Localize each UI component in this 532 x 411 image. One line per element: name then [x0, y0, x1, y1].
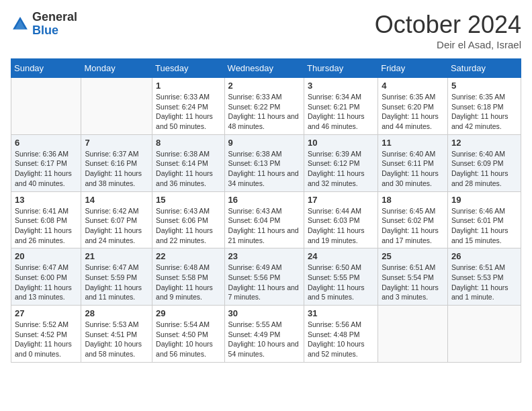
week-row-5: 27Sunrise: 5:52 AMSunset: 4:52 PMDayligh…: [11, 306, 521, 363]
day-cell: 9Sunrise: 6:38 AMSunset: 6:13 PMDaylight…: [224, 134, 304, 191]
week-row-3: 13Sunrise: 6:41 AMSunset: 6:08 PMDayligh…: [11, 191, 521, 248]
logo-blue: Blue: [32, 24, 77, 38]
day-number: 21: [85, 251, 148, 261]
day-cell: 20Sunrise: 6:47 AMSunset: 6:00 PMDayligh…: [11, 248, 81, 306]
day-cell: 13Sunrise: 6:41 AMSunset: 6:08 PMDayligh…: [11, 191, 81, 248]
day-cell: 18Sunrise: 6:45 AMSunset: 6:02 PMDayligh…: [378, 191, 448, 248]
day-cell: [11, 78, 81, 135]
day-info: Sunrise: 6:47 AMSunset: 6:00 PMDaylight:…: [15, 263, 77, 302]
day-cell: [447, 306, 521, 363]
day-info: Sunrise: 6:36 AMSunset: 6:17 PMDaylight:…: [15, 149, 77, 189]
day-cell: 29Sunrise: 5:54 AMSunset: 4:50 PMDayligh…: [152, 306, 224, 363]
calendar-table: SundayMondayTuesdayWednesdayThursdayFrid…: [11, 58, 521, 363]
day-number: 28: [85, 308, 148, 318]
day-info: Sunrise: 6:49 AMSunset: 5:56 PMDaylight:…: [228, 263, 300, 302]
day-info: Sunrise: 6:51 AMSunset: 5:54 PMDaylight:…: [382, 263, 444, 302]
day-info: Sunrise: 6:43 AMSunset: 6:04 PMDaylight:…: [228, 206, 300, 246]
header-day-saturday: Saturday: [447, 59, 521, 78]
day-number: 30: [228, 308, 300, 318]
day-number: 3: [308, 81, 374, 91]
header-day-wednesday: Wednesday: [224, 59, 304, 78]
day-cell: 6Sunrise: 6:36 AMSunset: 6:17 PMDaylight…: [11, 134, 81, 191]
week-row-1: 1Sunrise: 6:33 AMSunset: 6:24 PMDaylight…: [11, 78, 521, 135]
day-cell: 7Sunrise: 6:37 AMSunset: 6:16 PMDaylight…: [81, 134, 152, 191]
day-info: Sunrise: 5:54 AMSunset: 4:50 PMDaylight:…: [156, 320, 220, 359]
day-info: Sunrise: 6:40 AMSunset: 6:11 PMDaylight:…: [382, 149, 444, 189]
day-cell: 16Sunrise: 6:43 AMSunset: 6:04 PMDayligh…: [224, 191, 304, 248]
day-cell: 22Sunrise: 6:48 AMSunset: 5:58 PMDayligh…: [152, 248, 224, 306]
day-info: Sunrise: 6:34 AMSunset: 6:21 PMDaylight:…: [308, 92, 374, 132]
day-info: Sunrise: 6:42 AMSunset: 6:07 PMDaylight:…: [85, 206, 148, 246]
day-info: Sunrise: 6:48 AMSunset: 5:58 PMDaylight:…: [156, 263, 220, 302]
title-block: October 2024 Deir el Asad, Israel: [375, 11, 521, 50]
day-info: Sunrise: 6:33 AMSunset: 6:22 PMDaylight:…: [228, 92, 300, 132]
day-cell: 24Sunrise: 6:50 AMSunset: 5:55 PMDayligh…: [304, 248, 378, 306]
day-cell: 2Sunrise: 6:33 AMSunset: 6:22 PMDaylight…: [224, 78, 304, 135]
day-number: 5: [451, 81, 517, 91]
logo-general: General: [32, 11, 77, 24]
day-cell: 17Sunrise: 6:44 AMSunset: 6:03 PMDayligh…: [304, 191, 378, 248]
calendar-header: SundayMondayTuesdayWednesdayThursdayFrid…: [11, 59, 521, 78]
day-info: Sunrise: 5:52 AMSunset: 4:52 PMDaylight:…: [15, 320, 77, 359]
day-cell: 25Sunrise: 6:51 AMSunset: 5:54 PMDayligh…: [378, 248, 448, 306]
day-cell: 31Sunrise: 5:56 AMSunset: 4:48 PMDayligh…: [304, 306, 378, 363]
day-cell: 4Sunrise: 6:35 AMSunset: 6:20 PMDaylight…: [378, 78, 448, 135]
header-day-thursday: Thursday: [304, 59, 378, 78]
location: Deir el Asad, Israel: [375, 39, 521, 50]
header: General Blue October 2024 Deir el Asad, …: [11, 11, 521, 50]
day-number: 10: [308, 138, 374, 148]
day-cell: 27Sunrise: 5:52 AMSunset: 4:52 PMDayligh…: [11, 306, 81, 363]
day-info: Sunrise: 5:53 AMSunset: 4:51 PMDaylight:…: [85, 320, 148, 359]
day-number: 26: [451, 251, 517, 261]
day-info: Sunrise: 6:50 AMSunset: 5:55 PMDaylight:…: [308, 263, 374, 302]
day-number: 8: [156, 138, 220, 148]
day-cell: 5Sunrise: 6:35 AMSunset: 6:18 PMDaylight…: [447, 78, 521, 135]
month-title: October 2024: [375, 11, 521, 39]
day-number: 29: [156, 308, 220, 318]
header-day-monday: Monday: [81, 59, 152, 78]
day-info: Sunrise: 6:47 AMSunset: 5:59 PMDaylight:…: [85, 263, 148, 302]
logo-text: General Blue: [32, 11, 77, 38]
week-row-2: 6Sunrise: 6:36 AMSunset: 6:17 PMDaylight…: [11, 134, 521, 191]
day-cell: 3Sunrise: 6:34 AMSunset: 6:21 PMDaylight…: [304, 78, 378, 135]
logo: General Blue: [11, 11, 77, 38]
day-info: Sunrise: 5:55 AMSunset: 4:49 PMDaylight:…: [228, 320, 300, 359]
day-number: 2: [228, 81, 300, 91]
header-day-friday: Friday: [378, 59, 448, 78]
day-info: Sunrise: 6:51 AMSunset: 5:53 PMDaylight:…: [451, 263, 517, 302]
day-cell: 21Sunrise: 6:47 AMSunset: 5:59 PMDayligh…: [81, 248, 152, 306]
day-number: 23: [228, 251, 300, 261]
calendar-body: 1Sunrise: 6:33 AMSunset: 6:24 PMDaylight…: [11, 78, 521, 363]
day-cell: 30Sunrise: 5:55 AMSunset: 4:49 PMDayligh…: [224, 306, 304, 363]
day-info: Sunrise: 6:40 AMSunset: 6:09 PMDaylight:…: [451, 149, 517, 189]
day-info: Sunrise: 6:35 AMSunset: 6:18 PMDaylight:…: [451, 92, 517, 132]
day-number: 1: [156, 81, 220, 91]
day-cell: [378, 306, 448, 363]
day-cell: 8Sunrise: 6:38 AMSunset: 6:14 PMDaylight…: [152, 134, 224, 191]
logo-icon: [11, 15, 30, 34]
day-number: 25: [382, 251, 444, 261]
day-number: 18: [382, 195, 444, 205]
day-info: Sunrise: 6:39 AMSunset: 6:12 PMDaylight:…: [308, 149, 374, 189]
day-info: Sunrise: 6:37 AMSunset: 6:16 PMDaylight:…: [85, 149, 148, 189]
day-info: Sunrise: 6:43 AMSunset: 6:06 PMDaylight:…: [156, 206, 220, 246]
day-number: 17: [308, 195, 374, 205]
day-cell: 15Sunrise: 6:43 AMSunset: 6:06 PMDayligh…: [152, 191, 224, 248]
day-number: 16: [228, 195, 300, 205]
day-info: Sunrise: 6:41 AMSunset: 6:08 PMDaylight:…: [15, 206, 77, 246]
day-number: 24: [308, 251, 374, 261]
day-number: 15: [156, 195, 220, 205]
day-number: 4: [382, 81, 444, 91]
day-cell: 26Sunrise: 6:51 AMSunset: 5:53 PMDayligh…: [447, 248, 521, 306]
day-cell: 19Sunrise: 6:46 AMSunset: 6:01 PMDayligh…: [447, 191, 521, 248]
day-number: 14: [85, 195, 148, 205]
day-info: Sunrise: 6:44 AMSunset: 6:03 PMDaylight:…: [308, 206, 374, 246]
day-cell: 28Sunrise: 5:53 AMSunset: 4:51 PMDayligh…: [81, 306, 152, 363]
day-number: 13: [15, 195, 77, 205]
day-info: Sunrise: 6:46 AMSunset: 6:01 PMDaylight:…: [451, 206, 517, 246]
day-cell: 1Sunrise: 6:33 AMSunset: 6:24 PMDaylight…: [152, 78, 224, 135]
day-number: 12: [451, 138, 517, 148]
week-row-4: 20Sunrise: 6:47 AMSunset: 6:00 PMDayligh…: [11, 248, 521, 306]
day-cell: 10Sunrise: 6:39 AMSunset: 6:12 PMDayligh…: [304, 134, 378, 191]
day-info: Sunrise: 6:45 AMSunset: 6:02 PMDaylight:…: [382, 206, 444, 246]
